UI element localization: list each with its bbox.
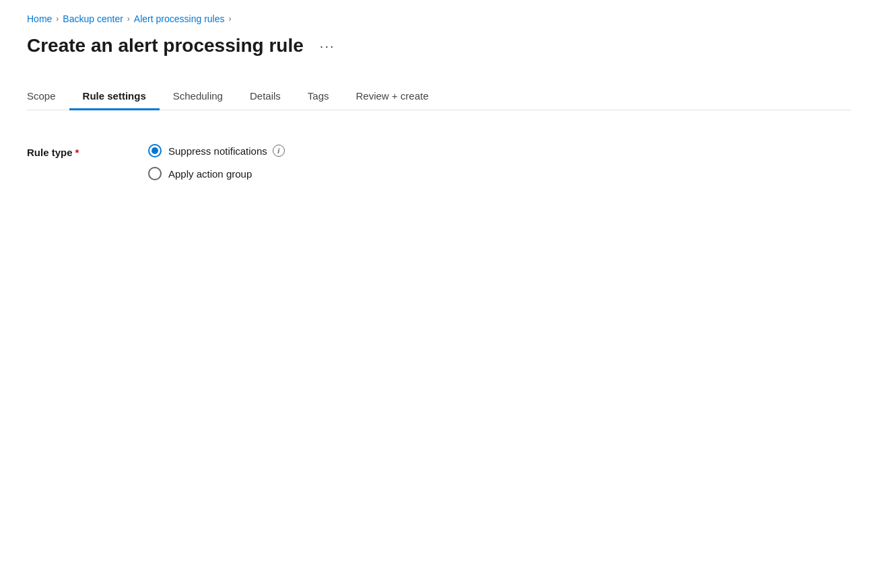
radio-action-group-label: Apply action group <box>168 168 252 180</box>
suppress-info-icon[interactable]: i <box>273 145 285 157</box>
radio-option-action-group[interactable]: Apply action group <box>148 167 285 180</box>
breadcrumb: Home › Backup center › Alert processing … <box>27 13 851 24</box>
tab-review-create[interactable]: Review + create <box>343 83 442 110</box>
radio-action-group-input[interactable] <box>148 167 162 180</box>
radio-option-suppress[interactable]: Suppress notifications i <box>148 144 285 157</box>
breadcrumb-sep-2: › <box>127 14 130 24</box>
page-title: Create an alert processing rule <box>27 35 304 57</box>
breadcrumb-home[interactable]: Home <box>27 13 52 24</box>
required-star: * <box>75 147 79 158</box>
rule-type-label: Rule type * <box>27 144 121 158</box>
breadcrumb-sep-3: › <box>228 14 231 24</box>
radio-suppress-label: Suppress notifications i <box>168 145 285 157</box>
tab-tags[interactable]: Tags <box>294 83 343 110</box>
tab-details[interactable]: Details <box>236 83 294 110</box>
tab-scheduling[interactable]: Scheduling <box>160 83 236 110</box>
more-options-button[interactable]: ··· <box>314 36 341 57</box>
rule-type-radio-group: Suppress notifications i Apply action gr… <box>148 144 285 180</box>
tab-scope[interactable]: Scope <box>27 83 69 110</box>
content-area: Rule type * Suppress notifications i App… <box>27 137 851 200</box>
rule-type-row: Rule type * Suppress notifications i App… <box>27 144 851 180</box>
breadcrumb-backup-center[interactable]: Backup center <box>63 13 123 24</box>
radio-suppress-input[interactable] <box>148 144 162 157</box>
tabs-nav: Scope Rule settings Scheduling Details T… <box>27 83 851 110</box>
breadcrumb-alert-processing-rules[interactable]: Alert processing rules <box>134 13 225 24</box>
breadcrumb-sep-1: › <box>56 14 59 24</box>
page-header: Create an alert processing rule ··· <box>27 35 851 57</box>
tab-rule-settings[interactable]: Rule settings <box>69 83 160 110</box>
